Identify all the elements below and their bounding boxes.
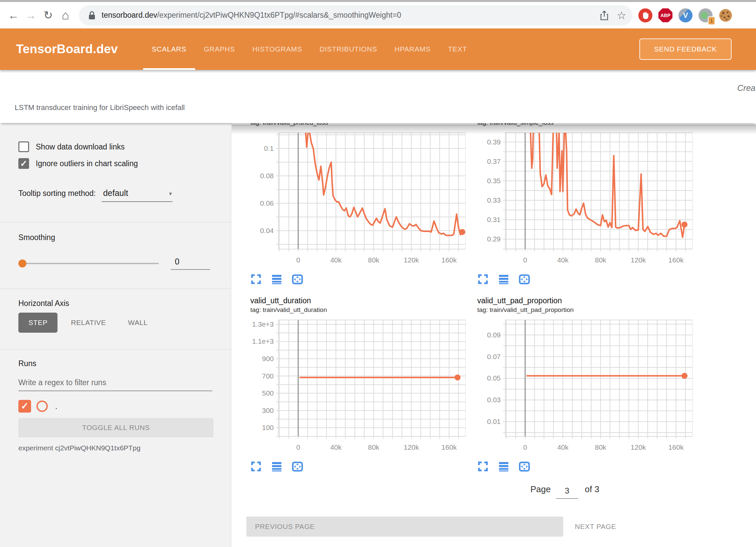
svg-text:0.07: 0.07 (487, 353, 501, 360)
tab-scalars[interactable]: SCALARS (143, 28, 195, 70)
run-checkbox[interactable]: ✓ (18, 400, 31, 413)
chevron-down-icon: ▾ (169, 190, 172, 197)
svg-text:0.06: 0.06 (260, 199, 274, 207)
cookie-extension-icon[interactable] (719, 8, 733, 22)
tab-histograms[interactable]: HISTOGRAMS (244, 28, 311, 70)
adblock-extension-icon[interactable] (638, 8, 652, 22)
divider (0, 222, 231, 222)
expand-chart-icon[interactable] (250, 461, 262, 472)
slider-thumb[interactable] (18, 259, 26, 267)
svg-text:40k: 40k (330, 256, 342, 264)
ignore-outliers-checkbox[interactable]: ✓ (18, 158, 29, 169)
chart-plot[interactable]: 040k80k120k160k0.010.030.050.070.09 (459, 317, 692, 459)
divider (0, 289, 231, 289)
app-logo: TensorBoard.dev (16, 42, 118, 56)
extension-badge: 1 (708, 16, 715, 25)
svg-text:900: 900 (262, 355, 274, 362)
lock-icon (88, 10, 96, 20)
back-icon[interactable]: ← (5, 9, 22, 22)
smoothing-slider[interactable] (18, 263, 159, 264)
axis-wall-button[interactable]: WALL (119, 313, 156, 333)
expand-chart-icon[interactable] (477, 461, 489, 472)
runs-filter-input[interactable] (18, 377, 212, 391)
extension-icon[interactable]: 1 (699, 8, 713, 22)
vimium-extension-icon[interactable]: V (678, 8, 692, 22)
ignore-outliers-label: Ignore outliers in chart scaling (36, 159, 138, 168)
send-feedback-button[interactable]: SEND FEEDBACK (639, 38, 732, 60)
chart-top-right: tag: train/valid_simple_loss040k80k120k1… (459, 123, 692, 285)
chart-actions (477, 274, 692, 285)
svg-text:160k: 160k (668, 256, 684, 264)
pagination: Page of 3 (530, 483, 599, 499)
tooltip-sorting-dropdown[interactable]: default ▾ (102, 188, 172, 202)
svg-text:0.33: 0.33 (487, 196, 501, 204)
experiment-info-bar: Crea LSTM transducer training for LibriS… (0, 70, 756, 123)
extension-dot (701, 12, 708, 19)
charts-area: tag: train/valid_pruned_loss040k80k120k1… (232, 123, 756, 547)
axis-step-button[interactable]: STEP (18, 313, 57, 333)
page-number-input[interactable] (556, 486, 578, 499)
toggle-all-runs-button[interactable]: TOGGLE ALL RUNS (18, 418, 214, 437)
chart-valid-utt-pad-proportion: valid_utt_pad_proportiontag: train/valid… (459, 296, 692, 472)
svg-text:0.09: 0.09 (487, 331, 501, 339)
chart-plot[interactable]: 040k80k120k160k0.290.310.330.350.370.39 (459, 130, 692, 272)
svg-text:80k: 80k (595, 443, 606, 451)
fit-domain-icon[interactable] (519, 274, 530, 285)
bookmark-star-icon[interactable]: ☆ (617, 10, 626, 21)
svg-text:0.03: 0.03 (487, 396, 501, 404)
horizontal-axis-buttons: STEP RELATIVE WALL (18, 313, 214, 333)
runs-table-icon[interactable] (271, 461, 282, 472)
tab-graphs[interactable]: GRAPHS (195, 28, 244, 70)
tab-text[interactable]: TEXT (439, 28, 476, 70)
expand-chart-icon[interactable] (250, 274, 262, 285)
svg-text:1.3e+3: 1.3e+3 (252, 320, 274, 328)
smoothing-value[interactable]: 0 (171, 257, 210, 270)
forward-icon[interactable]: → (22, 9, 39, 22)
previous-page-button[interactable]: PREVIOUS PAGE (246, 517, 563, 537)
svg-text:0.39: 0.39 (487, 138, 501, 146)
home-icon[interactable]: ⌂ (57, 8, 74, 22)
reload-icon[interactable]: ↻ (39, 9, 57, 22)
runs-table-icon[interactable] (498, 461, 509, 472)
browser-window: ← → ↻ ⌂ tensorboard.dev/experiment/cj2vt… (0, 0, 756, 547)
svg-text:0.04: 0.04 (260, 227, 274, 234)
chart-plot[interactable]: 040k80k120k160k0.040.060.080.1 (232, 130, 466, 272)
svg-text:40k: 40k (330, 443, 342, 451)
abp-extension-icon[interactable]: ABP (658, 8, 672, 22)
ignore-outliers-row: ✓ Ignore outliers in chart scaling (18, 158, 214, 169)
tab-hparams[interactable]: HPARAMS (386, 28, 439, 70)
runs-table-icon[interactable] (271, 274, 282, 285)
svg-text:0: 0 (296, 443, 300, 451)
show-download-links-row: Show data download links (18, 141, 214, 152)
next-page-button[interactable]: NEXT PAGE (575, 517, 616, 537)
tab-distributions[interactable]: DISTRIBUTIONS (311, 28, 386, 70)
fit-domain-icon[interactable] (292, 274, 303, 285)
chart-title: valid_utt_duration (250, 296, 466, 306)
axis-relative-button[interactable]: RELATIVE (62, 313, 115, 333)
chart-plot[interactable]: 040k80k120k160k1003005007009001.1e+31.3e… (232, 317, 466, 459)
share-icon[interactable] (599, 10, 609, 21)
chart-actions (250, 274, 466, 285)
app-header: TensorBoard.dev SCALARSGRAPHSHISTOGRAMSD… (0, 28, 756, 70)
nav-tabs: SCALARSGRAPHSHISTOGRAMSDISTRIBUTIONSHPAR… (143, 28, 476, 70)
chart-tag: tag: train/valid_pruned_loss (250, 123, 466, 127)
svg-text:700: 700 (262, 372, 274, 380)
svg-text:40k: 40k (557, 256, 569, 264)
fit-domain-icon[interactable] (292, 461, 303, 472)
fit-domain-icon[interactable] (519, 461, 530, 472)
svg-text:40k: 40k (557, 443, 569, 451)
divider (0, 349, 231, 350)
svg-text:0.29: 0.29 (487, 235, 501, 243)
svg-text:100: 100 (262, 424, 274, 431)
svg-text:80k: 80k (595, 256, 606, 264)
horizontal-axis-label: Horizontal Axis (18, 299, 214, 308)
svg-text:120k: 120k (404, 443, 419, 451)
svg-text:160k: 160k (442, 443, 457, 451)
expand-chart-icon[interactable] (477, 274, 489, 285)
show-download-links-checkbox[interactable] (18, 141, 29, 152)
tooltip-sorting-label: Tooltip sorting method: (18, 189, 96, 198)
chart-tag: tag: train/valid_utt_duration (250, 306, 466, 314)
runs-table-icon[interactable] (498, 274, 509, 285)
svg-text:300: 300 (262, 407, 274, 414)
address-bar[interactable]: tensorboard.dev/experiment/cj2vtPiwQHKN9… (79, 5, 632, 25)
